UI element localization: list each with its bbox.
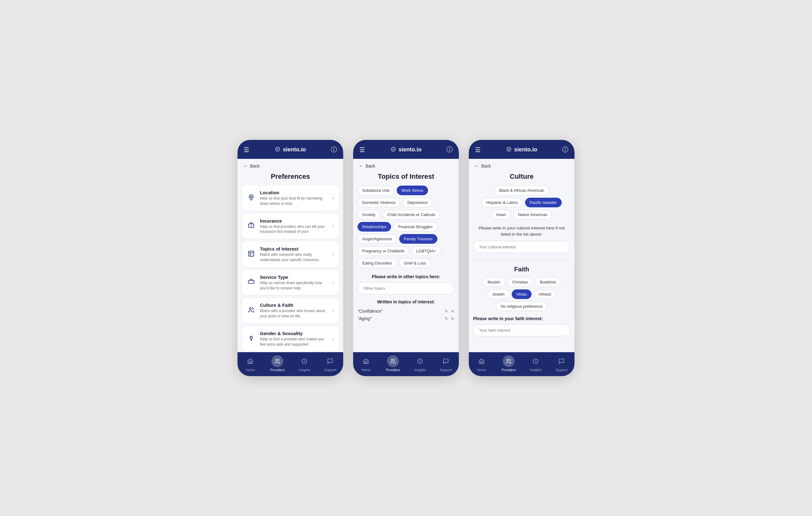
logo-1: siento.io	[274, 146, 306, 153]
nav-providers-2[interactable]: Providers	[386, 355, 400, 372]
service-icon	[247, 279, 256, 287]
tag-work-stress[interactable]: Work Stress	[397, 185, 428, 195]
tag-pregnancy[interactable]: Pregnancy or Childbirth	[357, 246, 409, 256]
nav-home-label-1: Home	[246, 368, 255, 372]
tag-financial-struggles[interactable]: Financial Struggles	[394, 222, 437, 232]
written-item-confidence: "Confidence" ✎ ✕	[357, 308, 455, 315]
other-topics-input[interactable]	[357, 282, 455, 294]
pref-text-service: Service Type Help us narrow down specifi…	[260, 275, 328, 291]
nav-support-label-1: Support	[324, 368, 336, 372]
tag-substance-use[interactable]: Substance Use	[357, 185, 394, 195]
tag-child-accidents[interactable]: Child Accidents or Callouts	[383, 210, 440, 220]
nav-providers-3[interactable]: Providers	[501, 355, 516, 372]
tag-jewish[interactable]: Jewish	[488, 289, 509, 299]
pref-label-service: Service Type	[260, 275, 328, 280]
nav-support-2[interactable]: Support	[440, 355, 452, 372]
nav-providers-1[interactable]: Providers	[270, 355, 285, 372]
info-icon-2[interactable]: ⓘ	[446, 145, 453, 154]
nav-support-label-3: Support	[555, 368, 568, 372]
back-button-2[interactable]: ← Back	[353, 159, 459, 170]
nav-support-label-2: Support	[440, 368, 452, 372]
pref-item-location[interactable]: Location Help us find your best fit by n…	[242, 185, 339, 211]
tag-hindu[interactable]: Hindu	[512, 289, 531, 299]
written-in-label: Written in topics of interest:	[357, 299, 455, 304]
pref-item-gender[interactable]: Gender & Sexuality Help us find a provid…	[242, 326, 339, 351]
culture-content: Black & African American Hispanic & Lati…	[469, 185, 575, 341]
pref-label-gender: Gender & Sexuality	[260, 331, 328, 336]
tag-native-american[interactable]: Native American	[513, 210, 552, 220]
written-actions-aging: ✎ ✕	[444, 316, 455, 321]
back-arrow-1: ←	[243, 163, 248, 169]
pref-item-insurance[interactable]: Insurance Help us find providers who can…	[242, 214, 339, 239]
nav-support-1[interactable]: Support	[324, 355, 336, 372]
nav-home-2[interactable]: Home	[360, 355, 372, 372]
tag-black-african[interactable]: Black & African American	[494, 185, 549, 195]
tag-anger[interactable]: Anger/Agression	[357, 234, 397, 244]
nav-insights-2[interactable]: Insights	[414, 355, 426, 372]
tag-pacific-islander[interactable]: Pacific Islander	[525, 198, 562, 207]
header-1: ☰ siento.io ⓘ	[237, 140, 343, 159]
nav-insights-label-2: Insights	[414, 368, 426, 372]
nav-home-1[interactable]: Home	[244, 355, 256, 372]
tag-grief[interactable]: Grief & Loss	[399, 258, 431, 268]
tag-depression[interactable]: Depression	[403, 198, 432, 207]
preferences-list: Location Help us find your best fit by n…	[237, 185, 343, 351]
back-arrow-3: ←	[474, 163, 480, 169]
tag-family-traumas[interactable]: Family Traumas	[399, 234, 437, 244]
chevron-insurance: ›	[332, 224, 334, 229]
tag-christian[interactable]: Christian	[508, 277, 533, 287]
menu-icon[interactable]: ☰	[244, 146, 249, 153]
header-2: ☰ siento.io ⓘ	[353, 140, 459, 159]
nav-providers-label-3: Providers	[501, 368, 516, 372]
pref-desc-culture: Match with a provider who knows about yo…	[260, 308, 328, 319]
info-icon-1[interactable]: ⓘ	[331, 145, 337, 154]
info-icon-3[interactable]: ⓘ	[562, 145, 568, 154]
phone-screen-2: ☰ siento.io ⓘ ← Back Topics of Interest …	[353, 140, 459, 376]
back-button-1[interactable]: ← Back	[237, 159, 343, 170]
delete-aging-icon[interactable]: ✕	[451, 316, 455, 321]
tag-no-religious[interactable]: No religious preference	[496, 302, 547, 311]
insurance-icon	[247, 222, 256, 230]
culture-tags-list: Black & African American Hispanic & Lati…	[473, 185, 570, 220]
written-text-confidence: "Confidence"	[357, 309, 383, 314]
tag-athiest[interactable]: Athiest	[534, 289, 556, 299]
faith-tags-list: Muslim Christian Buddhist Jewish Hindu A…	[473, 277, 570, 311]
page-title-1: Preferences	[237, 170, 343, 185]
edit-aging-icon[interactable]: ✎	[444, 316, 448, 321]
tag-hispanic[interactable]: Hispanic & Latino	[482, 198, 522, 207]
tag-muslim[interactable]: Muslim	[483, 277, 505, 287]
chevron-gender: ›	[332, 336, 334, 342]
pref-item-topics[interactable]: Topics of Interest Match with someone wh…	[242, 242, 339, 267]
home-icon-wrap-3	[476, 355, 488, 367]
topics-content: Substance Use Work Stress Domestic Viole…	[353, 185, 459, 327]
svg-rect-4	[249, 251, 254, 256]
pref-item-culture[interactable]: Culture & Faith Match with a provider wh…	[242, 298, 339, 323]
menu-icon-2[interactable]: ☰	[359, 146, 365, 153]
tag-eating-disorders[interactable]: Eating Disorders	[357, 258, 397, 268]
nav-home-label-2: Home	[361, 368, 371, 372]
pref-item-service[interactable]: Service Type Help us narrow down specifi…	[242, 270, 339, 295]
divider	[473, 260, 570, 261]
nav-support-3[interactable]: Support	[555, 355, 568, 372]
nav-insights-1[interactable]: Insights	[298, 355, 310, 372]
tag-asian[interactable]: Asian	[491, 210, 511, 220]
tag-lgbtqia[interactable]: LGBTQIA+	[412, 246, 441, 256]
tag-relationships[interactable]: Relationships	[357, 222, 391, 232]
tag-anxiety[interactable]: Anxiety	[357, 210, 380, 220]
edit-confidence-icon[interactable]: ✎	[444, 309, 448, 314]
page-title-3: Culture	[469, 170, 575, 185]
faith-input[interactable]	[473, 324, 570, 336]
pref-desc-gender: Help us find a provider who makes you fe…	[260, 337, 328, 347]
delete-confidence-icon[interactable]: ✕	[451, 309, 455, 314]
menu-icon-3[interactable]: ☰	[475, 146, 481, 153]
pref-text-gender: Gender & Sexuality Help us find a provid…	[260, 331, 328, 347]
culture-input[interactable]	[473, 241, 570, 253]
nav-home-3[interactable]: Home	[476, 355, 488, 372]
back-button-3[interactable]: ← Back	[469, 159, 575, 170]
providers-icon-wrap-2	[387, 355, 399, 367]
tag-domestic-violence[interactable]: Domestic Violence	[357, 198, 400, 207]
chevron-topics: ›	[332, 252, 334, 257]
nav-insights-3[interactable]: Insights	[530, 355, 542, 372]
tag-buddhist[interactable]: Buddhist	[535, 277, 560, 287]
topics-icon	[247, 250, 256, 259]
